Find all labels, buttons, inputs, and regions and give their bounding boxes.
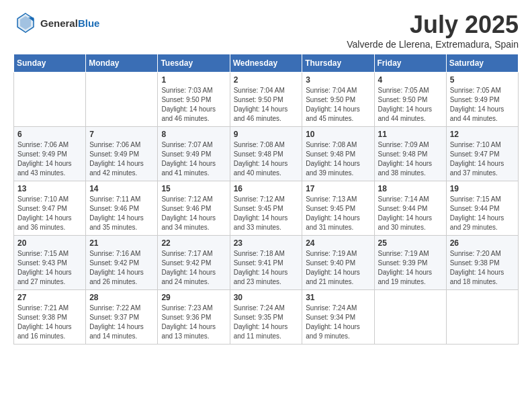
day-number: 27 xyxy=(17,293,82,302)
day-number: 6 xyxy=(17,130,82,139)
day-number: 4 xyxy=(378,75,443,85)
calendar-cell: 9Sunrise: 7:08 AMSunset: 9:48 PMDaylight… xyxy=(230,127,302,181)
day-number: 25 xyxy=(378,238,443,248)
calendar-cell: 5Sunrise: 7:05 AMSunset: 9:49 PMDaylight… xyxy=(446,73,518,127)
day-info: Sunrise: 7:12 AMSunset: 9:45 PMDaylight:… xyxy=(234,195,299,232)
day-number: 18 xyxy=(378,184,443,193)
calendar-cell: 31Sunrise: 7:24 AMSunset: 9:34 PMDayligh… xyxy=(302,290,374,345)
day-info: Sunrise: 7:24 AMSunset: 9:34 PMDaylight:… xyxy=(306,304,370,341)
day-info: Sunrise: 7:08 AMSunset: 9:48 PMDaylight:… xyxy=(306,140,370,178)
calendar-cell xyxy=(86,73,158,127)
day-info: Sunrise: 7:21 AMSunset: 9:38 PMDaylight:… xyxy=(17,304,82,341)
column-header-friday: Friday xyxy=(374,54,446,73)
day-info: Sunrise: 7:20 AMSunset: 9:38 PMDaylight:… xyxy=(450,249,515,287)
calendar-cell: 15Sunrise: 7:12 AMSunset: 9:46 PMDayligh… xyxy=(158,181,230,236)
day-number: 26 xyxy=(450,238,515,248)
calendar-cell: 11Sunrise: 7:09 AMSunset: 9:48 PMDayligh… xyxy=(374,127,446,181)
calendar-cell: 20Sunrise: 7:15 AMSunset: 9:43 PMDayligh… xyxy=(14,236,86,290)
calendar-cell: 7Sunrise: 7:06 AMSunset: 9:49 PMDaylight… xyxy=(86,127,158,181)
logo-general-text: General xyxy=(40,17,78,29)
day-number: 19 xyxy=(450,184,515,193)
calendar-table: SundayMondayTuesdayWednesdayThursdayFrid… xyxy=(13,54,519,345)
calendar-week-3: 13Sunrise: 7:10 AMSunset: 9:47 PMDayligh… xyxy=(14,181,519,236)
column-header-saturday: Saturday xyxy=(446,54,518,73)
calendar-cell xyxy=(374,290,446,345)
day-number: 12 xyxy=(450,130,515,139)
calendar-cell: 26Sunrise: 7:20 AMSunset: 9:38 PMDayligh… xyxy=(446,236,518,290)
day-info: Sunrise: 7:18 AMSunset: 9:41 PMDaylight:… xyxy=(234,249,299,287)
day-number: 10 xyxy=(306,130,370,139)
calendar-header-row: SundayMondayTuesdayWednesdayThursdayFrid… xyxy=(14,54,519,73)
day-number: 5 xyxy=(450,75,515,85)
calendar-cell: 3Sunrise: 7:04 AMSunset: 9:50 PMDaylight… xyxy=(302,73,374,127)
calendar-cell: 27Sunrise: 7:21 AMSunset: 9:38 PMDayligh… xyxy=(14,290,86,345)
calendar-location: Valverde de Llerena, Extremadura, Spain xyxy=(347,39,519,50)
calendar-cell: 18Sunrise: 7:14 AMSunset: 9:44 PMDayligh… xyxy=(374,181,446,236)
day-info: Sunrise: 7:06 AMSunset: 9:49 PMDaylight:… xyxy=(17,140,82,178)
calendar-cell xyxy=(446,290,518,345)
day-number: 16 xyxy=(234,184,299,193)
day-info: Sunrise: 7:19 AMSunset: 9:39 PMDaylight:… xyxy=(378,249,443,287)
calendar-week-2: 6Sunrise: 7:06 AMSunset: 9:49 PMDaylight… xyxy=(14,127,519,181)
day-number: 14 xyxy=(89,184,154,193)
day-number: 9 xyxy=(234,130,299,139)
calendar-cell: 4Sunrise: 7:05 AMSunset: 9:50 PMDaylight… xyxy=(374,73,446,127)
day-number: 2 xyxy=(234,75,299,85)
calendar-cell: 28Sunrise: 7:22 AMSunset: 9:37 PMDayligh… xyxy=(86,290,158,345)
day-info: Sunrise: 7:07 AMSunset: 9:49 PMDaylight:… xyxy=(161,140,226,178)
day-number: 29 xyxy=(161,293,226,302)
calendar-title: July 2025 xyxy=(347,11,519,39)
calendar-cell: 21Sunrise: 7:16 AMSunset: 9:42 PMDayligh… xyxy=(86,236,158,290)
day-info: Sunrise: 7:05 AMSunset: 9:49 PMDaylight:… xyxy=(450,86,515,124)
day-number: 23 xyxy=(234,238,299,248)
day-number: 17 xyxy=(306,184,370,193)
day-info: Sunrise: 7:04 AMSunset: 9:50 PMDaylight:… xyxy=(234,86,299,124)
day-number: 31 xyxy=(306,293,370,302)
day-number: 30 xyxy=(234,293,299,302)
day-number: 21 xyxy=(89,238,154,248)
logo-blue-text: Blue xyxy=(78,17,100,29)
calendar-cell: 8Sunrise: 7:07 AMSunset: 9:49 PMDaylight… xyxy=(158,127,230,181)
calendar-week-5: 27Sunrise: 7:21 AMSunset: 9:38 PMDayligh… xyxy=(14,290,519,345)
day-info: Sunrise: 7:22 AMSunset: 9:37 PMDaylight:… xyxy=(89,304,154,341)
calendar-cell: 6Sunrise: 7:06 AMSunset: 9:49 PMDaylight… xyxy=(14,127,86,181)
calendar-cell: 25Sunrise: 7:19 AMSunset: 9:39 PMDayligh… xyxy=(374,236,446,290)
day-number: 3 xyxy=(306,75,370,85)
column-header-tuesday: Tuesday xyxy=(158,54,230,73)
day-number: 24 xyxy=(306,238,370,248)
day-info: Sunrise: 7:09 AMSunset: 9:48 PMDaylight:… xyxy=(378,140,443,178)
day-info: Sunrise: 7:05 AMSunset: 9:50 PMDaylight:… xyxy=(378,86,443,124)
day-info: Sunrise: 7:15 AMSunset: 9:44 PMDaylight:… xyxy=(450,195,515,232)
calendar-cell: 19Sunrise: 7:15 AMSunset: 9:44 PMDayligh… xyxy=(446,181,518,236)
day-number: 20 xyxy=(17,238,82,248)
calendar-cell xyxy=(14,73,86,127)
calendar-cell: 30Sunrise: 7:24 AMSunset: 9:35 PMDayligh… xyxy=(230,290,302,345)
calendar-cell: 1Sunrise: 7:03 AMSunset: 9:50 PMDaylight… xyxy=(158,73,230,127)
day-number: 11 xyxy=(378,130,443,139)
day-info: Sunrise: 7:24 AMSunset: 9:35 PMDaylight:… xyxy=(234,304,299,341)
day-info: Sunrise: 7:23 AMSunset: 9:36 PMDaylight:… xyxy=(161,304,226,341)
calendar-cell: 13Sunrise: 7:10 AMSunset: 9:47 PMDayligh… xyxy=(14,181,86,236)
calendar-cell: 24Sunrise: 7:19 AMSunset: 9:40 PMDayligh… xyxy=(302,236,374,290)
day-info: Sunrise: 7:14 AMSunset: 9:44 PMDaylight:… xyxy=(378,195,443,232)
calendar-cell: 14Sunrise: 7:11 AMSunset: 9:46 PMDayligh… xyxy=(86,181,158,236)
day-info: Sunrise: 7:13 AMSunset: 9:45 PMDaylight:… xyxy=(306,195,370,232)
calendar-cell: 22Sunrise: 7:17 AMSunset: 9:42 PMDayligh… xyxy=(158,236,230,290)
day-number: 15 xyxy=(161,184,226,193)
calendar-cell: 23Sunrise: 7:18 AMSunset: 9:41 PMDayligh… xyxy=(230,236,302,290)
day-info: Sunrise: 7:16 AMSunset: 9:42 PMDaylight:… xyxy=(89,249,154,287)
page-header: General Blue July 2025 Valverde de Llere… xyxy=(13,11,519,50)
day-number: 13 xyxy=(17,184,82,193)
calendar-cell: 16Sunrise: 7:12 AMSunset: 9:45 PMDayligh… xyxy=(230,181,302,236)
day-info: Sunrise: 7:08 AMSunset: 9:48 PMDaylight:… xyxy=(234,140,299,178)
day-number: 1 xyxy=(161,75,226,85)
day-number: 28 xyxy=(89,293,154,302)
calendar-week-4: 20Sunrise: 7:15 AMSunset: 9:43 PMDayligh… xyxy=(14,236,519,290)
calendar-cell: 2Sunrise: 7:04 AMSunset: 9:50 PMDaylight… xyxy=(230,73,302,127)
calendar-cell: 17Sunrise: 7:13 AMSunset: 9:45 PMDayligh… xyxy=(302,181,374,236)
day-number: 22 xyxy=(161,238,226,248)
day-info: Sunrise: 7:06 AMSunset: 9:49 PMDaylight:… xyxy=(89,140,154,178)
day-info: Sunrise: 7:04 AMSunset: 9:50 PMDaylight:… xyxy=(306,86,370,124)
day-info: Sunrise: 7:17 AMSunset: 9:42 PMDaylight:… xyxy=(161,249,226,287)
day-info: Sunrise: 7:03 AMSunset: 9:50 PMDaylight:… xyxy=(161,86,226,124)
